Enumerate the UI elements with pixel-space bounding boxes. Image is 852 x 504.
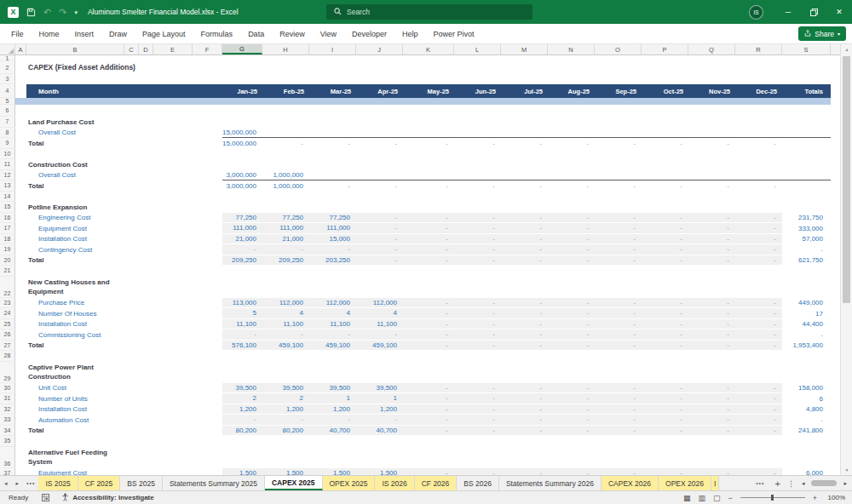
grid-cell[interactable]: - <box>403 341 454 352</box>
account-avatar[interactable]: IS <box>749 5 763 20</box>
grid-cell[interactable]: 11,100 <box>309 319 356 330</box>
grid-cell[interactable]: - <box>222 329 262 341</box>
cell-A7[interactable] <box>15 117 26 128</box>
grid-cell[interactable]: - <box>403 244 454 255</box>
grid-cell[interactable]: - <box>688 298 735 309</box>
tab-options-icon[interactable]: ⋮ <box>787 479 795 488</box>
excel-app-icon[interactable]: X <box>8 7 19 18</box>
grid-cell[interactable]: - <box>688 180 735 192</box>
grid-cell[interactable]: 459,100 <box>262 341 309 352</box>
grid-cell[interactable]: - <box>642 341 688 352</box>
grid-cell[interactable]: - <box>309 329 356 341</box>
column-header-D[interactable]: D <box>139 44 153 54</box>
column-header-E[interactable]: E <box>153 44 193 54</box>
ribbon-tab-power-pivot[interactable]: Power Pivot <box>426 24 482 43</box>
row-number-37[interactable]: 37 <box>0 468 15 476</box>
grid-cell[interactable]: - <box>403 213 454 224</box>
row-label-14[interactable] <box>26 192 222 203</box>
grid-cell[interactable]: - <box>309 415 356 426</box>
total-cell[interactable]: 158,000 <box>782 383 831 394</box>
column-header-P[interactable]: P <box>642 44 688 54</box>
row-label-34[interactable]: Total <box>26 426 222 437</box>
zoom-level[interactable]: 100% <box>825 494 845 501</box>
grid-cell[interactable]: - <box>595 329 642 341</box>
grid-cell[interactable]: - <box>595 341 642 352</box>
grid-cell[interactable]: 1,200 <box>309 404 356 415</box>
grid-cell[interactable]: - <box>642 404 688 415</box>
grid-cell[interactable]: - <box>688 308 735 319</box>
cell-A15[interactable] <box>15 202 26 213</box>
month-header-May-25[interactable]: May-25 <box>403 88 454 95</box>
grid-cell[interactable]: - <box>595 308 642 319</box>
grid-cell[interactable]: - <box>735 426 782 437</box>
grid-cell[interactable]: - <box>501 393 548 404</box>
grid-cell[interactable]: 111,000 <box>222 223 262 234</box>
row-number-18[interactable]: 18 <box>0 234 15 245</box>
grid-cell[interactable]: 4 <box>356 308 403 319</box>
grid-cell[interactable]: - <box>688 319 735 330</box>
ribbon-tab-page-layout[interactable]: Page Layout <box>135 24 193 43</box>
row-number-8[interactable]: 8 <box>0 128 15 139</box>
row-number-23[interactable]: 23 <box>0 298 15 309</box>
select-all-corner[interactable] <box>0 44 15 54</box>
grid-cell[interactable]: - <box>735 404 782 415</box>
sheet-tab-capex-2025[interactable]: CAPEX 2025 <box>265 476 323 490</box>
grid-cell[interactable]: - <box>501 426 548 437</box>
grid-cell[interactable]: - <box>403 383 454 394</box>
grid-cell[interactable]: - <box>548 341 595 352</box>
cell-A8[interactable] <box>15 128 26 139</box>
row-label-18[interactable]: Installation Cost <box>26 234 222 245</box>
grid-cell[interactable]: - <box>548 223 595 234</box>
row-number-13[interactable]: 13 <box>0 180 15 192</box>
sheet-tab-cf-2025[interactable]: CF 2025 <box>78 476 121 490</box>
row-label-7[interactable]: Land Purchase Cost <box>26 117 222 128</box>
grid-cell[interactable]: - <box>595 319 642 330</box>
grid-cell[interactable]: - <box>454 393 501 404</box>
grid-cell[interactable]: - <box>454 308 501 319</box>
grid-cell[interactable]: - <box>595 426 642 437</box>
cell-A9[interactable] <box>15 138 26 149</box>
grid-cell[interactable]: - <box>688 329 735 341</box>
grid-cell[interactable]: - <box>403 308 454 319</box>
cell-A34[interactable] <box>15 426 26 437</box>
grid-cell[interactable]: - <box>595 180 642 192</box>
customize-qat-icon[interactable]: ▾ <box>74 9 78 15</box>
grid-cell[interactable]: - <box>403 426 454 437</box>
row-label-28[interactable] <box>26 351 222 362</box>
grid-cell[interactable]: - <box>595 244 642 255</box>
month-header-Nov-25[interactable]: Nov-25 <box>688 88 735 95</box>
grid-cell[interactable]: - <box>356 255 403 266</box>
grid-cell[interactable]: - <box>642 138 688 149</box>
sheet-tab-bs-2025[interactable]: BS 2025 <box>120 476 163 490</box>
save-icon[interactable] <box>26 8 36 17</box>
macro-record-icon[interactable] <box>42 494 49 501</box>
total-cell[interactable]: - <box>782 329 831 341</box>
sheet-tab-is-2026[interactable]: IS 2026 <box>375 476 414 490</box>
grid-cell[interactable]: - <box>454 223 501 234</box>
grid-cell[interactable]: - <box>688 468 735 476</box>
grid-cell[interactable]: - <box>454 341 501 352</box>
grid-cell[interactable]: - <box>454 255 501 266</box>
month-header-Mar-25[interactable]: Mar-25 <box>309 88 356 95</box>
grid-cell[interactable]: - <box>548 468 595 476</box>
month-header-Dec-25[interactable]: Dec-25 <box>735 88 782 95</box>
grid-cell[interactable]: - <box>642 308 688 319</box>
grid-cell[interactable]: - <box>454 329 501 341</box>
scroll-down-icon[interactable]: ▼ <box>841 465 852 475</box>
grid-cell[interactable]: - <box>735 244 782 255</box>
grid-cell[interactable]: 3,000,000 <box>222 180 262 192</box>
grid-cell[interactable]: 1,500 <box>309 468 356 476</box>
zoom-slider-thumb[interactable] <box>771 495 774 501</box>
ribbon-tab-file[interactable]: File <box>3 24 32 43</box>
sheet-tab-is-2025[interactable]: IS 2025 <box>38 476 78 490</box>
grid-cell[interactable]: 112,000 <box>262 298 309 309</box>
grid-cell[interactable]: - <box>309 180 356 192</box>
month-header-Apr-25[interactable]: Apr-25 <box>356 88 403 95</box>
grid-cell[interactable]: - <box>454 244 501 255</box>
cell-A1[interactable] <box>15 55 26 61</box>
grid-cell[interactable]: - <box>501 298 548 309</box>
row-label-32[interactable]: Installation Cost <box>26 404 222 415</box>
row-number-7[interactable]: 7 <box>0 117 15 128</box>
row-label-33[interactable]: Automation Cost <box>26 415 222 426</box>
row-label-26[interactable]: Commissioning Cost <box>26 329 222 341</box>
